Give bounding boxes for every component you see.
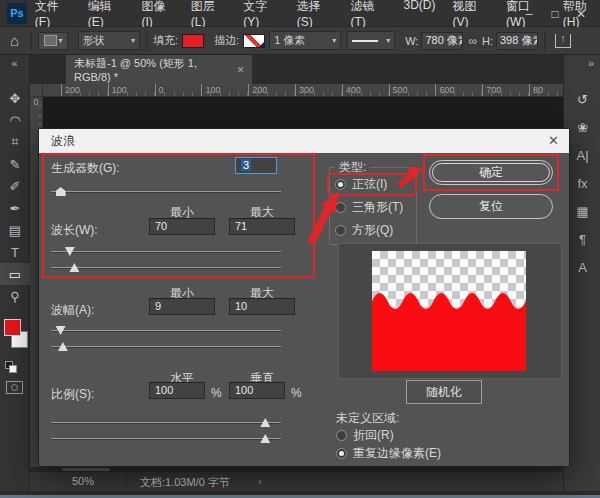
radio-label: 折回(R) — [353, 427, 394, 444]
ruler-tick: 600 — [435, 84, 482, 96]
menu-item[interactable]: 滤镜(T) — [350, 0, 386, 29]
shape-height-field[interactable]: 398 像素 — [496, 32, 538, 50]
randomize-button[interactable]: 随机化 — [406, 380, 482, 404]
collapse-panel-icon[interactable]: « — [0, 55, 29, 71]
radio-icon[interactable] — [336, 448, 347, 459]
move-tool[interactable]: ✥ — [0, 87, 30, 109]
history-panel-icon[interactable]: ↺ — [564, 85, 600, 113]
crop-tool[interactable]: ⌗ — [0, 131, 30, 153]
type-radio-option[interactable]: 方形(Q) — [335, 223, 393, 238]
scale-vertical-slider[interactable] — [51, 433, 281, 444]
menu-item[interactable]: 图像(I) — [141, 0, 173, 29]
ruler-tick: 200 — [61, 84, 108, 96]
scale-horizontal-input[interactable]: 100 — [149, 382, 205, 399]
menu-item[interactable]: 3D(D) — [403, 0, 435, 29]
link-dimensions-icon[interactable]: ∞ — [468, 34, 477, 48]
menu-item[interactable]: 编辑(E) — [88, 0, 125, 29]
width-label: W: — [405, 35, 418, 47]
stroke-color-swatch[interactable] — [243, 34, 265, 48]
eyedropper-tool[interactable]: ✎ — [0, 153, 30, 175]
dialog-close-icon[interactable]: ✕ — [548, 133, 559, 148]
type-radio-option[interactable]: 正弦(I) — [335, 177, 387, 192]
horizontal-scrollbar[interactable] — [30, 467, 563, 472]
menu-item[interactable]: 文字(Y) — [243, 0, 280, 29]
reset-button[interactable]: 复位 — [429, 194, 553, 219]
stroke-width-select[interactable]: 1 像素 ▾ — [269, 31, 341, 50]
ruler-tick: 100 — [108, 84, 155, 96]
shape-tool[interactable]: ▭ — [0, 263, 30, 285]
chevron-down-icon: ▾ — [386, 36, 390, 45]
zoom-tool[interactable]: ⚲ — [0, 285, 30, 307]
brush-tool[interactable]: ✐ — [0, 175, 30, 197]
undefined-area-option[interactable]: 折回(R) — [336, 428, 394, 443]
quick-mask-icon[interactable] — [6, 381, 23, 394]
fill-color-swatch[interactable] — [182, 34, 204, 48]
expand-panels-icon[interactable]: » — [564, 55, 600, 71]
scrollbar-thumb[interactable] — [62, 468, 110, 471]
lasso-tool[interactable]: ◠ — [0, 109, 30, 131]
tab-close-icon[interactable]: × — [237, 63, 244, 77]
wavelength-max-input[interactable]: 71 — [229, 218, 295, 235]
stroke-style-select[interactable]: ▾ — [347, 31, 395, 50]
type-tool[interactable]: T — [0, 241, 30, 263]
radio-icon[interactable] — [336, 430, 347, 441]
separator — [31, 31, 32, 51]
gradient-tool[interactable]: ▤ — [0, 219, 30, 241]
maximize-button[interactable]: □ — [542, 0, 568, 27]
dialog-title-bar[interactable]: 波浪 ✕ — [39, 129, 569, 153]
radio-icon[interactable] — [335, 225, 346, 236]
menu-item[interactable]: 图层(L) — [191, 0, 226, 29]
type-radio-option[interactable]: 三角形(T) — [335, 200, 403, 215]
ok-button[interactable]: 确定 — [429, 160, 553, 185]
share-icon[interactable]: ↑ — [555, 34, 571, 48]
radio-icon[interactable] — [335, 179, 346, 190]
percent-sign: % — [291, 386, 302, 400]
menu-item[interactable]: 选择(S) — [297, 0, 334, 29]
minimize-button[interactable]: – — [516, 0, 542, 27]
window-controls: – □ ✕ — [516, 0, 594, 27]
wavelength-min-slider[interactable] — [51, 246, 281, 257]
generators-slider[interactable] — [51, 186, 281, 197]
document-tab[interactable]: 未标题-1 @ 50% (矩形 1, RGB/8) * × — [66, 55, 252, 84]
separator — [544, 31, 545, 51]
shape-width-field[interactable]: 780 像素 — [421, 32, 463, 50]
default-colors-icon[interactable] — [5, 361, 17, 373]
amplitude-max-slider[interactable] — [51, 341, 281, 352]
wave-preview-image — [372, 251, 526, 371]
radio-icon[interactable] — [335, 202, 346, 213]
amplitude-max-input[interactable]: 10 — [229, 298, 295, 315]
generators-input[interactable]: 3 — [235, 157, 277, 174]
wave-filter-dialog: 波浪 ✕ 生成器数(G): 3 最小 最大 波长(W): 70 71 最小 最大… — [38, 128, 570, 467]
generators-label: 生成器数(G): — [51, 160, 120, 177]
radio-label: 正弦(I) — [352, 176, 387, 193]
ruler-tick: 500 — [389, 84, 436, 96]
foreground-color-swatch[interactable] — [4, 319, 21, 336]
preview-panel — [338, 243, 562, 379]
pen-tool[interactable]: ✒ — [0, 197, 30, 219]
home-icon[interactable]: ⌂ — [10, 32, 19, 49]
window-bottom-edge — [0, 491, 600, 498]
chevron-down-icon: ▾ — [59, 36, 63, 45]
amplitude-min-input[interactable]: 9 — [149, 298, 215, 315]
slider-thumb[interactable] — [56, 187, 66, 196]
ruler-origin: 0 — [33, 97, 38, 107]
close-button[interactable]: ✕ — [568, 0, 594, 27]
scale-horizontal-slider[interactable] — [51, 417, 281, 428]
undefined-area-option[interactable]: 重复边缘像素(E) — [336, 446, 441, 461]
ruler-tick: 300 — [295, 84, 342, 96]
amplitude-min-slider[interactable] — [51, 325, 281, 336]
status-chevron-icon[interactable]: › — [258, 475, 262, 487]
wavelength-max-slider[interactable] — [51, 262, 281, 273]
zoom-level-field[interactable]: 50% — [72, 475, 94, 487]
wavelength-min-input[interactable]: 70 — [149, 218, 215, 235]
ruler-tick: 400 — [342, 84, 389, 96]
menu-item[interactable]: 视图(V) — [452, 0, 489, 29]
scale-vertical-input[interactable]: 100 — [229, 382, 285, 399]
document-tab-bar: 未标题-1 @ 50% (矩形 1, RGB/8) * × — [30, 55, 563, 84]
tool-preset-picker[interactable]: ▾ — [38, 32, 68, 50]
tools-panel: « ✥ ◠ ⌗ ✎ ✐ ✒ ▤ T ▭ ⚲ — [0, 55, 30, 491]
scale-label: 比例(S): — [51, 386, 94, 403]
tool-mode-select[interactable]: 形状 ▾ — [78, 31, 140, 50]
document-tab-title: 未标题-1 @ 50% (矩形 1, RGB/8) * — [74, 56, 229, 83]
menu-item[interactable]: 文件(F) — [35, 0, 71, 29]
